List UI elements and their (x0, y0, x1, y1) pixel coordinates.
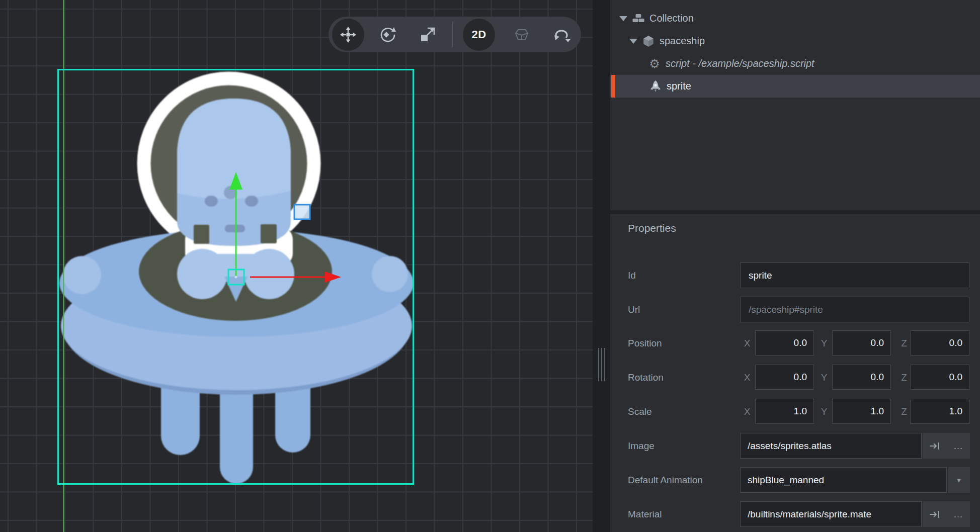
camera-rotate-button[interactable] (546, 19, 578, 51)
axis-y-label: Y (821, 406, 828, 417)
outline-item-label: sprite (667, 80, 691, 92)
scale-z-input[interactable] (911, 399, 969, 424)
default-animation-label: Default Animation (628, 475, 703, 486)
scale-handle-square[interactable] (294, 205, 310, 219)
rotate-tool-icon (379, 26, 396, 43)
property-row-material: Material /builtins/materials/sprite.mate… (610, 501, 980, 527)
scale-label: Scale (628, 406, 652, 417)
scale-tool-icon (419, 26, 436, 43)
collection-icon (632, 13, 644, 25)
frustum-icon (514, 27, 530, 43)
material-resource-buttons: … (923, 501, 970, 527)
url-input[interactable] (740, 297, 969, 322)
rotation-z-input[interactable] (911, 365, 969, 390)
rotate-tool-button[interactable] (372, 19, 404, 51)
position-label: Position (628, 338, 662, 349)
move-tool-button[interactable] (332, 19, 364, 51)
open-resource-icon (929, 442, 940, 450)
outline-item-sprite[interactable]: sprite (610, 75, 980, 98)
2d-mode-label: 2D (471, 28, 486, 41)
alien-arm-right (244, 249, 294, 299)
property-row-rotation: Rotation X Y Z (610, 365, 980, 390)
open-resource-button[interactable] (923, 501, 946, 527)
helmet-mount-left (194, 225, 209, 244)
material-resource-field[interactable]: /builtins/materials/sprite.mate (740, 501, 922, 527)
rotation-label: Rotation (628, 372, 664, 383)
scale-y-input[interactable] (832, 399, 891, 424)
saucer-bump-right (372, 256, 408, 292)
splitter-grip-icon (598, 348, 605, 381)
axis-z-label: Z (901, 338, 907, 349)
pivot-dot (235, 276, 237, 279)
alien-eye-right (245, 196, 258, 207)
property-row-image: Image /assets/sprites.atlas … (610, 433, 980, 459)
axis-x-label: X (744, 338, 751, 349)
outline-item-collection[interactable]: Collection (610, 7, 980, 30)
spaceship-sprite[interactable] (59, 78, 414, 484)
default-animation-dropdown[interactable]: shipBlue_manned (740, 467, 947, 493)
open-resource-button[interactable] (923, 433, 946, 459)
rotation-y-input[interactable] (832, 365, 891, 390)
defold-editor-window: 2D (0, 0, 980, 532)
properties-panel: Properties Id Url Position X Y Z (610, 214, 980, 532)
2d-mode-button[interactable]: 2D (463, 19, 495, 51)
browse-resource-button[interactable]: … (946, 433, 970, 459)
scene-toolbar: 2D (329, 17, 581, 52)
outline-item-spaceship[interactable]: spaceship (610, 30, 980, 52)
axis-x-label: X (744, 406, 751, 417)
properties-header: Properties (628, 222, 676, 234)
browse-resource-button[interactable]: … (946, 501, 970, 527)
camera-rotate-icon (553, 26, 571, 44)
frustum-culling-button[interactable] (506, 19, 538, 51)
position-x-input[interactable] (755, 330, 814, 356)
scale-tool-button[interactable] (412, 19, 444, 51)
right-panel: Collection spaceship ⚙ script - /example… (610, 0, 980, 532)
outline-item-label: spaceship (660, 35, 705, 47)
property-row-position: Position X Y Z (610, 330, 980, 356)
scene-viewport[interactable]: 2D (0, 0, 593, 532)
property-row-id: Id (610, 262, 980, 288)
axis-z-label: Z (901, 406, 907, 417)
axis-y-label: Y (821, 338, 828, 349)
axis-z-label: Z (901, 372, 907, 383)
alien-arm-left (177, 249, 227, 299)
id-label: Id (628, 270, 636, 281)
id-input[interactable] (740, 262, 969, 288)
outline-item-script[interactable]: ⚙ script - /example/spaceship.script (610, 52, 980, 75)
alien-eye-left (205, 196, 218, 207)
dropdown-arrow-icon[interactable]: ▾ (948, 467, 970, 493)
outline-item-label: Collection (649, 13, 694, 24)
material-label: Material (628, 509, 662, 520)
alien-mouth (225, 225, 245, 232)
property-row-scale: Scale X Y Z (610, 399, 980, 424)
scale-x-input[interactable] (755, 399, 814, 424)
outline-properties-divider[interactable] (610, 210, 980, 214)
sprite-rocket-icon (649, 80, 662, 93)
expand-triangle-icon[interactable] (629, 39, 637, 44)
expand-triangle-icon[interactable] (619, 16, 627, 21)
move-tool-icon (340, 26, 357, 43)
image-resource-buttons: … (923, 433, 970, 459)
saucer-bump-left (63, 256, 101, 294)
image-label: Image (628, 440, 655, 452)
toolbar-divider (452, 22, 453, 47)
position-y-input[interactable] (832, 330, 891, 356)
panel-splitter[interactable] (593, 0, 610, 532)
outline-item-label: script - /example/spaceship.script (666, 58, 814, 69)
image-resource-field[interactable]: /assets/sprites.atlas (740, 433, 922, 459)
script-gear-icon: ⚙ (648, 58, 661, 70)
scene-canvas (0, 0, 593, 532)
property-row-url: Url (610, 297, 980, 322)
outline-panel: Collection spaceship ⚙ script - /example… (610, 0, 980, 210)
property-row-default-animation: Default Animation shipBlue_manned ▾ (610, 467, 980, 493)
position-z-input[interactable] (911, 330, 969, 356)
axis-y-label: Y (821, 372, 828, 383)
rotation-x-input[interactable] (755, 365, 814, 390)
axis-x-label: X (744, 372, 751, 383)
open-resource-icon (929, 510, 940, 518)
url-label: Url (628, 304, 640, 315)
helmet-mount-right (261, 224, 277, 243)
game-object-cube-icon (642, 35, 655, 47)
